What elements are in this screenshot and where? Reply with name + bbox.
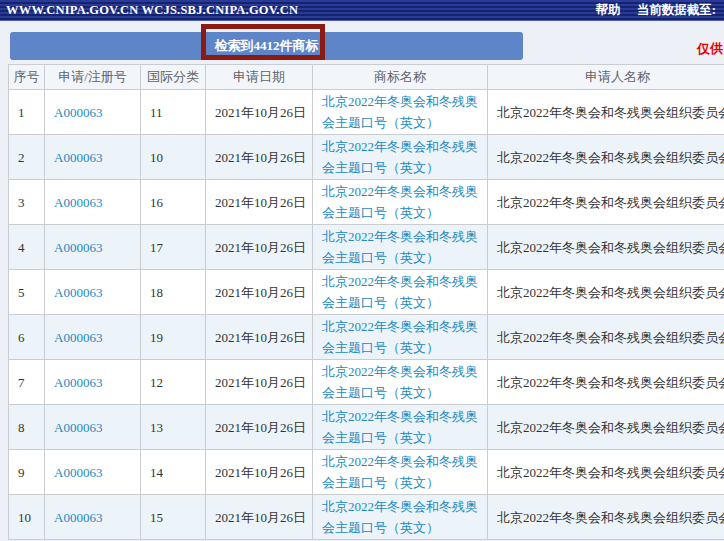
trademark-name-link[interactable]: 北京2022年冬奥会和冬残奥会主题口号（英文）: [322, 229, 478, 265]
table-row: 1 A000063 11 2021年10月26日 北京2022年冬奥会和冬残奥会…: [9, 90, 724, 135]
cell-serial: 10: [9, 495, 45, 540]
cell-date: 2021年10月26日: [206, 135, 313, 180]
col-header-serial: 序号: [9, 65, 45, 90]
cell-applicant: 北京2022年冬奥会和冬残奥会组织委员会: [488, 315, 724, 360]
col-header-applicant: 申请人名称: [488, 65, 724, 90]
table-row: 2 A000063 10 2021年10月26日 北京2022年冬奥会和冬残奥会…: [9, 135, 724, 180]
cell-registration: A000063: [45, 90, 141, 135]
registration-number-link[interactable]: A000063: [54, 285, 102, 300]
registration-number-link[interactable]: A000063: [54, 420, 102, 435]
registration-number-link[interactable]: A000063: [54, 330, 102, 345]
cell-registration: A000063: [45, 315, 141, 360]
site-domains: WWW.CNIPA.GOV.CN WCJS.SBJ.CNIPA.GOV.CN: [0, 3, 298, 18]
cell-class: 10: [141, 135, 206, 180]
cell-mark-name: 北京2022年冬奥会和冬残奥会主题口号（英文）: [313, 495, 488, 540]
cell-registration: A000063: [45, 360, 141, 405]
cell-class: 17: [141, 225, 206, 270]
cell-serial: 5: [9, 270, 45, 315]
cell-applicant: 北京2022年冬奥会和冬残奥会组织委员会: [488, 270, 724, 315]
top-navigation-bar: WWW.CNIPA.GOV.CN WCJS.SBJ.CNIPA.GOV.CN 帮…: [0, 0, 724, 21]
registration-number-link[interactable]: A000063: [54, 195, 102, 210]
cell-mark-name: 北京2022年冬奥会和冬残奥会主题口号（英文）: [313, 135, 488, 180]
help-link[interactable]: 帮助: [596, 2, 621, 19]
result-count-text: 检索到4412件商标: [215, 37, 319, 55]
cell-serial: 7: [9, 360, 45, 405]
table-row: 10 A000063 15 2021年10月26日 北京2022年冬奥会和冬残奥…: [9, 495, 724, 540]
registration-number-link[interactable]: A000063: [54, 375, 102, 390]
cell-applicant: 北京2022年冬奥会和冬残奥会组织委员会: [488, 405, 724, 450]
cell-class: 12: [141, 360, 206, 405]
table-row: 7 A000063 12 2021年10月26日 北京2022年冬奥会和冬残奥会…: [9, 360, 724, 405]
cell-serial: 3: [9, 180, 45, 225]
trademark-name-link[interactable]: 北京2022年冬奥会和冬残奥会主题口号（英文）: [322, 274, 478, 310]
cell-class: 11: [141, 90, 206, 135]
cell-class: 13: [141, 405, 206, 450]
cell-applicant: 北京2022年冬奥会和冬残奥会组织委员会: [488, 495, 724, 540]
cell-applicant: 北京2022年冬奥会和冬残奥会组织委员会: [488, 90, 724, 135]
cell-class: 19: [141, 315, 206, 360]
search-result-banner: 检索到4412件商标: [10, 32, 523, 60]
table-row: 9 A000063 14 2021年10月26日 北京2022年冬奥会和冬残奥会…: [9, 450, 724, 495]
cell-registration: A000063: [45, 450, 141, 495]
cell-applicant: 北京2022年冬奥会和冬残奥会组织委员会: [488, 225, 724, 270]
cell-applicant: 北京2022年冬奥会和冬残奥会组织委员会: [488, 135, 724, 180]
cell-serial: 4: [9, 225, 45, 270]
cell-date: 2021年10月26日: [206, 315, 313, 360]
cell-date: 2021年10月26日: [206, 495, 313, 540]
trademark-name-link[interactable]: 北京2022年冬奥会和冬残奥会主题口号（英文）: [322, 94, 478, 130]
trademark-name-link[interactable]: 北京2022年冬奥会和冬残奥会主题口号（英文）: [322, 184, 478, 220]
cell-serial: 1: [9, 90, 45, 135]
results-table: 序号 申请/注册号 国际分类 申请日期 商标名称 申请人名称 1 A000063…: [8, 64, 724, 540]
table-row: 3 A000063 16 2021年10月26日 北京2022年冬奥会和冬残奥会…: [9, 180, 724, 225]
registration-number-link[interactable]: A000063: [54, 510, 102, 525]
trademark-name-link[interactable]: 北京2022年冬奥会和冬残奥会主题口号（英文）: [322, 454, 478, 490]
col-header-registration: 申请/注册号: [45, 65, 141, 90]
cell-mark-name: 北京2022年冬奥会和冬残奥会主题口号（英文）: [313, 315, 488, 360]
cell-date: 2021年10月26日: [206, 360, 313, 405]
trademark-name-link[interactable]: 北京2022年冬奥会和冬残奥会主题口号（英文）: [322, 499, 478, 535]
cell-date: 2021年10月26日: [206, 450, 313, 495]
trademark-name-link[interactable]: 北京2022年冬奥会和冬残奥会主题口号（英文）: [322, 364, 478, 400]
cell-mark-name: 北京2022年冬奥会和冬残奥会主题口号（英文）: [313, 360, 488, 405]
cell-mark-name: 北京2022年冬奥会和冬残奥会主题口号（英文）: [313, 450, 488, 495]
cell-registration: A000063: [45, 270, 141, 315]
trademark-name-link[interactable]: 北京2022年冬奥会和冬残奥会主题口号（英文）: [322, 139, 478, 175]
cell-mark-name: 北京2022年冬奥会和冬残奥会主题口号（英文）: [313, 405, 488, 450]
cell-serial: 9: [9, 450, 45, 495]
cell-serial: 8: [9, 405, 45, 450]
cell-applicant: 北京2022年冬奥会和冬残奥会组织委员会: [488, 360, 724, 405]
col-header-class: 国际分类: [141, 65, 206, 90]
data-cutoff-label: 当前数据截至:: [637, 2, 716, 19]
cell-mark-name: 北京2022年冬奥会和冬残奥会主题口号（英文）: [313, 225, 488, 270]
cell-serial: 2: [9, 135, 45, 180]
cell-date: 2021年10月26日: [206, 180, 313, 225]
cell-registration: A000063: [45, 225, 141, 270]
trademark-name-link[interactable]: 北京2022年冬奥会和冬残奥会主题口号（英文）: [322, 319, 478, 355]
cell-registration: A000063: [45, 135, 141, 180]
cell-class: 18: [141, 270, 206, 315]
cell-registration: A000063: [45, 495, 141, 540]
cell-class: 14: [141, 450, 206, 495]
registration-number-link[interactable]: A000063: [54, 105, 102, 120]
table-row: 5 A000063 18 2021年10月26日 北京2022年冬奥会和冬残奥会…: [9, 270, 724, 315]
cell-mark-name: 北京2022年冬奥会和冬残奥会主题口号（英文）: [313, 180, 488, 225]
registration-number-link[interactable]: A000063: [54, 465, 102, 480]
col-header-mark-name: 商标名称: [313, 65, 488, 90]
cell-date: 2021年10月26日: [206, 270, 313, 315]
disclaimer-text: 仅供: [697, 40, 723, 58]
cell-registration: A000063: [45, 180, 141, 225]
table-header-row: 序号 申请/注册号 国际分类 申请日期 商标名称 申请人名称: [9, 65, 724, 90]
registration-number-link[interactable]: A000063: [54, 150, 102, 165]
cell-class: 15: [141, 495, 206, 540]
registration-number-link[interactable]: A000063: [54, 240, 102, 255]
cell-date: 2021年10月26日: [206, 405, 313, 450]
cell-date: 2021年10月26日: [206, 225, 313, 270]
cell-serial: 6: [9, 315, 45, 360]
table-row: 8 A000063 13 2021年10月26日 北京2022年冬奥会和冬残奥会…: [9, 405, 724, 450]
cell-mark-name: 北京2022年冬奥会和冬残奥会主题口号（英文）: [313, 90, 488, 135]
cell-registration: A000063: [45, 405, 141, 450]
trademark-name-link[interactable]: 北京2022年冬奥会和冬残奥会主题口号（英文）: [322, 409, 478, 445]
cell-class: 16: [141, 180, 206, 225]
col-header-date: 申请日期: [206, 65, 313, 90]
cell-applicant: 北京2022年冬奥会和冬残奥会组织委员会: [488, 450, 724, 495]
